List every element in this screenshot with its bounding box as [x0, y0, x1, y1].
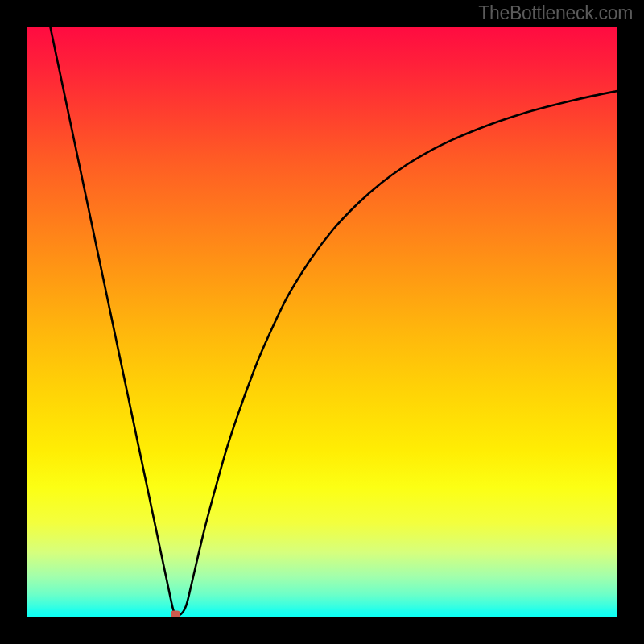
attribution-text: TheBottleneck.com: [478, 2, 633, 24]
curve-layer: [27, 27, 617, 617]
minimum-marker: [171, 611, 180, 617]
plot-area: [27, 27, 617, 617]
bottleneck-curve: [50, 27, 617, 616]
chart-frame: TheBottleneck.com: [0, 0, 644, 644]
